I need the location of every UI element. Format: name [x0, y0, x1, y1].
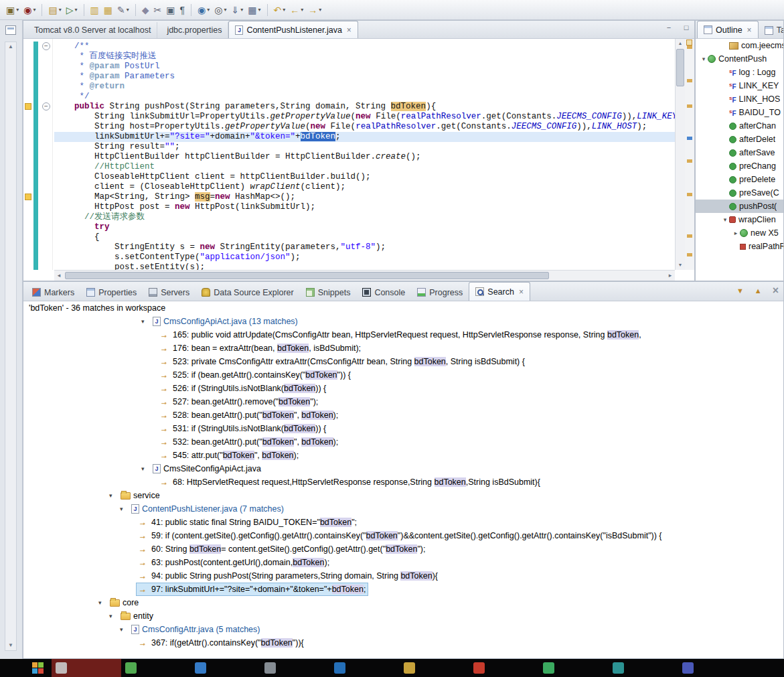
tab-outline[interactable]: Outline×: [697, 21, 759, 38]
code-line[interactable]: * @param PostUrl: [54, 62, 675, 72]
outline-item-newx5[interactable]: ▸new X5: [696, 226, 783, 240]
dropdown-caret-icon[interactable]: ▾: [301, 7, 303, 13]
search-folder-row[interactable]: ▾service: [23, 489, 783, 502]
chevron-expanded-icon[interactable]: ▾: [98, 599, 107, 606]
outline-item-loglogg[interactable]: sFlog : Logg: [696, 66, 783, 79]
chevron-expanded-icon[interactable]: ▾: [120, 506, 129, 512]
annotation-mark[interactable]: [687, 234, 692, 238]
code-line[interactable]: String host=PropertyUtils.getPropertyVal…: [54, 122, 675, 132]
annotation-mark[interactable]: [687, 159, 692, 163]
code-line[interactable]: //HttpClient: [54, 162, 675, 172]
code-line[interactable]: client = (CloseableHttpClient) wrapClien…: [54, 182, 675, 192]
scroll-right-icon[interactable]: ▸: [665, 271, 675, 281]
search-match-row[interactable]: →176: bean = extraAttr(bean, bdToken, is…: [23, 342, 783, 355]
close-icon[interactable]: ×: [347, 25, 351, 35]
close-icon[interactable]: ×: [747, 25, 752, 35]
scroll-down-icon[interactable]: ▼: [676, 260, 685, 270]
dropdown-caret-icon[interactable]: ▾: [59, 7, 62, 13]
dropdown-caret-icon[interactable]: ▾: [16, 7, 19, 13]
scrollbar-thumb[interactable]: [65, 272, 549, 279]
console-view-icon[interactable]: ▣: [164, 3, 177, 17]
annotations-indicator-icon[interactable]: [686, 40, 692, 46]
tab-console[interactable]: Console: [356, 284, 411, 301]
dropdown-caret-icon[interactable]: ▾: [224, 7, 226, 13]
search-folder-row[interactable]: ▾core: [23, 596, 783, 609]
search-file-row[interactable]: ▾JCmsSiteConfigApiAct.java: [23, 462, 783, 475]
search-match-row[interactable]: →526: if (StringUtils.isNotBlank(bdToken…: [23, 382, 783, 395]
external-tools-icon[interactable]: ▷▾: [64, 3, 80, 17]
outline-item-linkkey[interactable]: sFLINK_KEY: [696, 79, 783, 92]
outline-item-linkhos[interactable]: sFLINK_HOS: [696, 92, 783, 106]
search-match-row[interactable]: →367: if(getAttr().containsKey("bdToken"…: [23, 636, 783, 650]
occurrence-marker-icon[interactable]: [25, 103, 31, 110]
taskbar-app-1[interactable]: [52, 659, 121, 677]
next-match-icon[interactable]: ▼: [736, 287, 744, 295]
open-folder-icon[interactable]: ▥: [88, 3, 101, 17]
pin-icon[interactable]: ◆: [140, 3, 151, 17]
taskbar-app-2[interactable]: [121, 659, 191, 677]
tab-snippets[interactable]: Snippets: [300, 284, 357, 301]
mark-occurrences-icon[interactable]: ✎▾: [115, 3, 131, 17]
previous-match-icon[interactable]: ▲: [755, 287, 762, 295]
editor-horizontal-scrollbar[interactable]: ◂ ▸: [54, 270, 675, 281]
search-match-row[interactable]: →97: linkSubmitUrl+="?site="+domain+"&to…: [23, 583, 783, 596]
code-line[interactable]: try: [54, 222, 675, 232]
chevron-expanded-icon[interactable]: ▾: [700, 56, 708, 62]
dropdown-caret-icon[interactable]: ▾: [319, 7, 321, 13]
tab-properties[interactable]: Properties: [80, 284, 143, 301]
overview-ruler[interactable]: [685, 39, 694, 270]
taskbar-app-8[interactable]: [539, 659, 609, 677]
search-match-row[interactable]: →527: bean.getAttr().remove("bdToken");: [23, 395, 783, 408]
search-icon[interactable]: ◎▾: [212, 3, 228, 17]
scroll-left-icon[interactable]: ◂: [54, 271, 64, 281]
code-line[interactable]: */: [54, 92, 675, 102]
code-line[interactable]: public String pushPost(String parameters…: [54, 102, 675, 112]
code-line[interactable]: * 百度链接实时推送: [54, 52, 675, 62]
taskbar-app-4[interactable]: [260, 659, 330, 677]
dropdown-caret-icon[interactable]: ▾: [240, 7, 243, 13]
code-editor[interactable]: −− /** * 百度链接实时推送 * @param PostUrl * @pa…: [23, 39, 675, 270]
chevron-expanded-icon[interactable]: ▾: [141, 465, 150, 472]
maximize-icon[interactable]: □: [681, 23, 692, 33]
editor-tab-contentpushlistener[interactable]: JContentPushListener.java×: [228, 21, 358, 38]
search-match-row[interactable]: →41: public static final String BAIDU_TO…: [23, 516, 783, 529]
tab-markers[interactable]: Markers: [26, 284, 80, 301]
code-line[interactable]: HttpPost post = new HttpPost(linkSubmitU…: [54, 202, 675, 212]
cut-icon[interactable]: ✂: [152, 3, 164, 17]
outline-item-prechang[interactable]: preChang: [696, 159, 783, 173]
search-match-row[interactable]: →523: private CmsConfigAttr extraAttr(Cm…: [23, 355, 783, 368]
tab-search[interactable]: Search×: [469, 282, 530, 301]
search-match-row[interactable]: →532: bean.getAttr().put("bdToken", bdTo…: [23, 435, 783, 449]
scroll-up-icon[interactable]: ▲: [676, 39, 685, 48]
tab-progress[interactable]: Progress: [411, 284, 469, 301]
search-file-row[interactable]: ▾JCmsConfigApiAct.java (13 matches): [23, 315, 783, 328]
annotation-mark[interactable]: [687, 79, 692, 82]
dropdown-caret-icon[interactable]: ▾: [127, 7, 129, 13]
search-match-row[interactable]: →68: HttpServletRequest request,HttpServ…: [23, 475, 783, 489]
save-icon[interactable]: ◉▾: [21, 3, 37, 17]
code-line[interactable]: StringEntity s = new StringEntity(parame…: [54, 242, 675, 252]
chevron-expanded-icon[interactable]: ▾: [109, 613, 118, 619]
outline-item-afterdelet[interactable]: afterDelet: [696, 133, 783, 146]
outline-item-wrapclien[interactable]: ▾wrapClien: [696, 213, 783, 226]
start-icon[interactable]: [32, 662, 44, 674]
code-line[interactable]: CloseableHttpClient client = httpClientB…: [54, 172, 675, 182]
dropdown-caret-icon[interactable]: ▾: [258, 7, 260, 13]
code-line[interactable]: post.setEntity(s);: [54, 262, 675, 270]
outline-item-comjeecms[interactable]: com.jeecms.: [696, 39, 783, 52]
minimize-icon[interactable]: −: [663, 23, 674, 33]
search-match-row[interactable]: →525: if (bean.getAttr().containsKey("bd…: [23, 368, 783, 382]
outline-item-presavec[interactable]: preSave(C: [696, 186, 783, 200]
taskbar-app-7[interactable]: [469, 659, 539, 677]
taskbar-app-9[interactable]: [609, 659, 678, 677]
editor-tab-jdbc[interactable]: jdbc.properties: [157, 22, 228, 38]
code-line[interactable]: {: [54, 232, 675, 242]
new-wizard-icon[interactable]: ▣▾: [4, 3, 21, 17]
dropdown-caret-icon[interactable]: ▾: [75, 7, 78, 13]
search-match-row[interactable]: →63: pushPost(content.getUrl(),domain,bd…: [23, 556, 783, 569]
back-icon[interactable]: ←▾: [288, 3, 305, 17]
taskbar-app-10[interactable]: [678, 659, 748, 677]
code-line[interactable]: /**: [54, 42, 675, 52]
annotation-mark[interactable]: [687, 104, 692, 108]
annotation-mark[interactable]: [687, 137, 692, 140]
